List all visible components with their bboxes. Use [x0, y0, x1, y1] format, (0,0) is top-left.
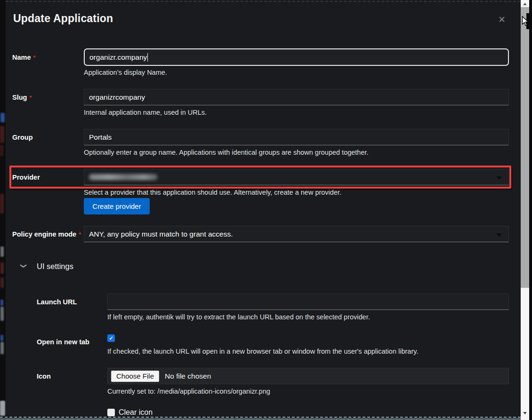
provider-help: Select a provider that this application … — [84, 189, 341, 196]
select-caret-icon — [496, 233, 502, 237]
required-marker: * — [79, 231, 81, 238]
group-input[interactable]: Portals — [84, 129, 509, 145]
page-bottom-strip — [0, 418, 521, 420]
background-fragment — [0, 126, 4, 143]
choose-file-button[interactable]: Choose File — [111, 371, 159, 382]
modal-top-outline — [6, 1, 521, 2]
background-fragment — [0, 342, 4, 354]
create-provider-button[interactable]: Create provider — [84, 198, 150, 214]
launch-url-help: If left empty, authentik will try to ext… — [107, 313, 370, 321]
slug-label: Slug* — [12, 94, 32, 101]
open-in-new-tab-label: Open in new tab — [37, 338, 89, 346]
name-label: Name* — [12, 54, 36, 61]
background-fragment — [0, 145, 3, 156]
group-help: Optionally enter a group name. Applicati… — [84, 149, 369, 156]
clear-icon-label: Clear icon — [119, 408, 153, 417]
icon-file-input[interactable]: Choose File No file chosen — [107, 368, 509, 384]
required-marker: * — [29, 94, 32, 101]
scrollbar-up-arrow-icon[interactable] — [523, 3, 527, 5]
window-right-edge — [529, 0, 532, 420]
open-in-new-tab-checkbox[interactable]: ✓ — [107, 334, 115, 342]
slug-help: Internal application name, used in URLs. — [84, 109, 207, 116]
scrollbar-down-arrow-icon[interactable] — [523, 412, 527, 414]
background-fragment — [0, 307, 4, 321]
select-caret-icon — [496, 176, 502, 180]
provider-select[interactable] — [84, 169, 509, 185]
group-label: Group — [12, 134, 33, 141]
launch-url-input[interactable] — [107, 293, 509, 310]
page: Update Application ✕ Name* organizr.comp… — [0, 0, 532, 420]
required-marker: * — [33, 54, 36, 61]
scrollbar-thumb[interactable] — [521, 7, 529, 288]
text-cursor — [147, 53, 148, 62]
launch-url-label: Launch URL — [37, 298, 77, 306]
background-fragment — [0, 401, 5, 416]
close-icon[interactable]: ✕ — [498, 14, 506, 25]
background-fragment — [0, 277, 4, 288]
icon-help: Currently set to: /media/application-ico… — [107, 388, 270, 395]
redacted-provider-value — [89, 174, 158, 180]
slug-input[interactable]: organizrcompany — [84, 89, 509, 105]
background-fragment — [0, 300, 3, 306]
modal-title: Update Application — [13, 12, 113, 25]
policy-engine-mode-label: Policy engine mode* — [12, 230, 81, 238]
policy-engine-mode-select[interactable]: ANY, any policy must match to grant acce… — [84, 226, 509, 242]
name-input[interactable]: organizr.company — [84, 48, 509, 66]
background-page-edge — [0, 0, 6, 420]
check-icon: ✓ — [109, 335, 113, 341]
background-fragment — [0, 335, 3, 341]
open-in-new-tab-help: If checked, the launch URL will open in … — [107, 348, 418, 355]
clear-icon-checkbox[interactable] — [107, 409, 115, 416]
ui-settings-header[interactable]: UI settings — [37, 262, 73, 271]
modal-bottom-outline — [0, 417, 521, 418]
background-fragment — [0, 246, 4, 257]
background-fragment — [0, 113, 5, 122]
icon-label: Icon — [37, 372, 51, 380]
name-help: Application's display Name. — [84, 69, 167, 76]
file-status-text: No file chosen — [165, 372, 211, 380]
provider-label: Provider — [12, 174, 40, 181]
background-fragment — [0, 194, 4, 214]
background-fragment — [0, 262, 4, 274]
chevron-down-icon[interactable]: ❯ — [20, 263, 27, 269]
